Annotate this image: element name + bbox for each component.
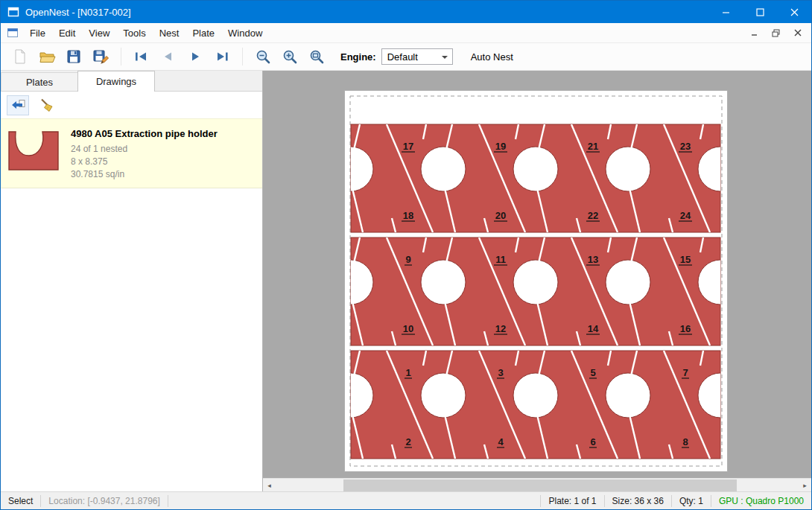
part-circle-cutout xyxy=(513,373,558,418)
part-number-label[interactable]: 3 xyxy=(498,367,503,378)
part-number-label[interactable]: 18 xyxy=(403,210,413,221)
part-number-label[interactable]: 16 xyxy=(680,323,691,334)
drawing-area: 30.7815 sq/in xyxy=(71,168,218,181)
document-icon xyxy=(7,27,19,39)
part-number-label[interactable]: 6 xyxy=(590,436,595,447)
nest-row: 1718192021222324 xyxy=(344,124,728,232)
status-gpu: GPU : Quadro P1000 xyxy=(711,496,811,506)
clean-button[interactable] xyxy=(36,95,58,115)
open-folder-icon xyxy=(39,48,56,65)
tab-drawings[interactable]: Drawings xyxy=(77,71,155,92)
engine-selected-value: Default xyxy=(387,51,418,63)
status-location: Location: [-0.9437, 21.8796] xyxy=(41,496,167,506)
mdi-restore-button[interactable] xyxy=(766,25,786,41)
drawing-list-item[interactable]: 4980 A05 Extraction pipe holder 24 of 1 … xyxy=(1,118,262,188)
main-toolbar: Engine: Default Auto Nest xyxy=(1,43,811,71)
engine-label: Engine: xyxy=(340,51,376,63)
auto-nest-button[interactable]: Auto Nest xyxy=(465,48,519,66)
new-file-icon xyxy=(12,48,28,65)
save-as-pencil-icon xyxy=(92,48,110,65)
part-number-label[interactable]: 19 xyxy=(495,141,506,152)
nav-last-button[interactable] xyxy=(209,45,235,68)
menu-item-window[interactable]: Window xyxy=(221,24,269,42)
zoom-in-button[interactable] xyxy=(276,45,303,68)
nest-row: 12345678 xyxy=(344,351,728,459)
sidebar-tabs: Plates Drawings xyxy=(1,71,262,92)
drawing-list-empty-area xyxy=(1,188,262,491)
part-number-label[interactable]: 24 xyxy=(680,210,691,221)
zoom-fit-button[interactable] xyxy=(303,45,330,68)
part-number-label[interactable]: 4 xyxy=(498,436,504,447)
part-number-label[interactable]: 21 xyxy=(588,141,598,152)
menu-item-view[interactable]: View xyxy=(82,24,116,42)
maximize-button[interactable] xyxy=(743,1,777,23)
zoom-out-icon xyxy=(256,49,271,65)
minimize-button[interactable] xyxy=(708,1,743,23)
status-bar: Select Location: [-0.9437, 21.8796] Plat… xyxy=(1,491,811,509)
nav-previous-icon xyxy=(161,51,176,62)
plate-svg[interactable]: 171819202122232491011121314151612345678 xyxy=(344,90,728,472)
drawing-title: 4980 A05 Extraction pipe holder xyxy=(71,128,218,139)
part-number-label[interactable]: 12 xyxy=(495,323,506,334)
nav-previous-button[interactable] xyxy=(155,45,182,68)
horizontal-scrollbar[interactable]: ◂ ▸ xyxy=(263,478,811,491)
part-number-label[interactable]: 17 xyxy=(403,141,413,152)
scrollbar-thumb[interactable] xyxy=(343,479,737,491)
part-number-label[interactable]: 11 xyxy=(495,254,506,265)
part-number-label[interactable]: 7 xyxy=(682,367,688,378)
mdi-minimize-icon xyxy=(751,29,758,36)
save-button[interactable] xyxy=(60,45,87,68)
nav-last-icon xyxy=(215,51,229,62)
scroll-right-arrow[interactable]: ▸ xyxy=(799,479,811,491)
save-floppy-icon xyxy=(66,48,82,65)
menu-item-tools[interactable]: Tools xyxy=(116,24,152,42)
nav-next-button[interactable] xyxy=(182,45,209,68)
main-area: Plates Drawings xyxy=(1,71,811,491)
part-thumbnail xyxy=(7,126,60,175)
part-number-label[interactable]: 14 xyxy=(588,323,599,334)
nest-canvas[interactable]: 171819202122232491011121314151612345678 … xyxy=(263,71,811,491)
part-number-label[interactable]: 2 xyxy=(405,436,410,447)
zoom-out-button[interactable] xyxy=(250,45,276,68)
zoom-fit-icon xyxy=(309,49,325,65)
part-number-label[interactable]: 9 xyxy=(405,254,410,265)
drawing-size: 8 x 8.375 xyxy=(71,156,218,168)
close-button[interactable] xyxy=(777,1,811,23)
part-number-label[interactable]: 8 xyxy=(682,436,688,447)
return-to-plates-button[interactable] xyxy=(7,95,29,115)
save-as-button[interactable] xyxy=(87,45,114,68)
maximize-icon xyxy=(756,8,764,16)
part-number-label[interactable]: 15 xyxy=(680,254,691,265)
part-number-label[interactable]: 5 xyxy=(590,367,595,378)
status-mode: Select xyxy=(1,496,40,506)
title-bar: OpenNest - [N0317-002] xyxy=(1,1,811,23)
nest-row: 910111213141516 xyxy=(344,238,728,345)
menu-item-nest[interactable]: Nest xyxy=(153,24,186,42)
part-number-label[interactable]: 10 xyxy=(403,323,413,334)
part-number-label[interactable]: 1 xyxy=(405,367,410,378)
engine-select[interactable]: Default xyxy=(381,48,453,65)
mdi-close-button[interactable] xyxy=(787,25,808,41)
part-circle-cutout xyxy=(513,147,558,191)
menu-item-file[interactable]: File xyxy=(23,24,52,42)
mdi-minimize-button[interactable] xyxy=(744,25,764,41)
status-plate: Plate: 1 of 1 xyxy=(541,496,603,506)
open-button[interactable] xyxy=(34,45,60,68)
menu-item-edit[interactable]: Edit xyxy=(52,24,82,42)
nav-first-button[interactable] xyxy=(128,45,155,68)
zoom-in-icon xyxy=(282,49,298,65)
plate-sheet: 171819202122232491011121314151612345678 xyxy=(344,90,728,472)
part-circle-cutout xyxy=(421,373,466,418)
new-button[interactable] xyxy=(7,45,34,68)
part-number-label[interactable]: 13 xyxy=(588,254,598,265)
part-number-label[interactable]: 22 xyxy=(588,210,598,221)
toolbar-separator xyxy=(121,48,121,66)
scroll-left-arrow[interactable]: ◂ xyxy=(263,479,276,491)
part-number-label[interactable]: 23 xyxy=(680,141,691,152)
window-title: OpenNest - [N0317-002] xyxy=(25,7,131,18)
app-icon xyxy=(7,6,19,18)
tab-plates[interactable]: Plates xyxy=(1,72,78,91)
part-circle-cutout xyxy=(421,147,466,191)
menu-item-plate[interactable]: Plate xyxy=(185,24,221,42)
part-number-label[interactable]: 20 xyxy=(495,210,506,221)
